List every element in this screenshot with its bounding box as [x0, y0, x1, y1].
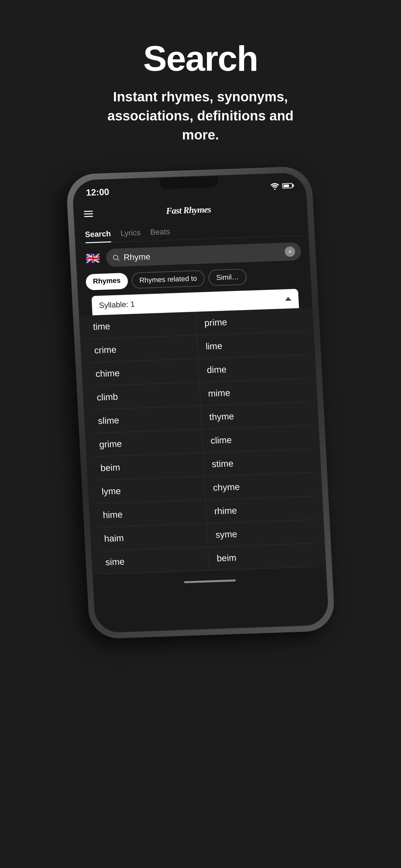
svg-text:Fast Rhymes: Fast Rhymes [165, 205, 212, 216]
list-item[interactable]: dime [198, 355, 308, 383]
list-item[interactable]: climb [91, 382, 201, 410]
list-item[interactable]: chime [90, 359, 199, 386]
list-item[interactable]: rhime [206, 496, 315, 524]
list-item[interactable]: mime [199, 379, 309, 406]
search-input[interactable]: Rhyme [123, 247, 281, 262]
search-box[interactable]: Rhyme × [106, 242, 302, 267]
status-time: 12:00 [86, 187, 110, 198]
wifi-icon [270, 183, 280, 190]
list-item[interactable]: beim [95, 453, 204, 480]
tab-search[interactable]: Search [85, 229, 112, 243]
list-item[interactable]: lime [197, 332, 306, 359]
svg-line-3 [118, 259, 120, 261]
list-item[interactable]: sime [100, 547, 210, 575]
clear-search-button[interactable]: × [284, 246, 296, 257]
svg-point-0 [274, 189, 276, 190]
list-item[interactable]: clime [202, 426, 311, 454]
collapse-icon[interactable] [285, 297, 291, 301]
clear-icon: × [288, 249, 291, 254]
language-flag[interactable]: 🇬🇧 [84, 250, 102, 268]
list-item[interactable]: prime [196, 308, 305, 336]
search-icon [112, 254, 120, 262]
app-logo: Fast Rhymes [162, 200, 215, 221]
word-list: time prime crime lime chime dime climb m… [80, 308, 326, 575]
home-indicator [184, 580, 236, 584]
list-item[interactable]: haim [99, 524, 208, 551]
hamburger-menu-icon[interactable] [84, 211, 93, 217]
battery-icon [282, 183, 293, 189]
list-item[interactable]: grime [94, 430, 203, 457]
svg-point-2 [113, 255, 118, 259]
chip-rhymes-related[interactable]: Rhymes related to [131, 270, 205, 289]
list-item[interactable]: hime [97, 500, 207, 528]
list-item[interactable]: lyme [96, 476, 206, 504]
page-header: Search Instant rhymes, synonyms,associat… [88, 39, 313, 144]
status-icons [270, 182, 293, 190]
list-item[interactable]: syme [207, 520, 316, 547]
tab-lyrics[interactable]: Lyrics [120, 228, 141, 242]
list-item[interactable]: stime [203, 449, 312, 476]
chip-rhymes[interactable]: Rhymes [86, 273, 128, 290]
syllable-label: Syllable: 1 [99, 300, 135, 310]
chip-similar[interactable]: Simil… [208, 269, 247, 286]
phone-mockup: 12:00 [78, 170, 323, 635]
list-item[interactable]: slime [93, 406, 202, 433]
list-item[interactable]: chyme [204, 473, 314, 500]
list-item[interactable]: beim [208, 544, 317, 571]
word-grid: time prime crime lime chime dime climb m… [88, 308, 317, 575]
list-item[interactable]: time [88, 312, 197, 339]
phone-notch [159, 176, 218, 189]
tab-beats[interactable]: Beats [150, 227, 170, 241]
list-item[interactable]: crime [89, 336, 198, 363]
list-item[interactable]: thyme [201, 402, 310, 430]
page-subtitle: Instant rhymes, synonyms,associations, d… [88, 88, 313, 144]
page-title: Search [88, 39, 313, 78]
